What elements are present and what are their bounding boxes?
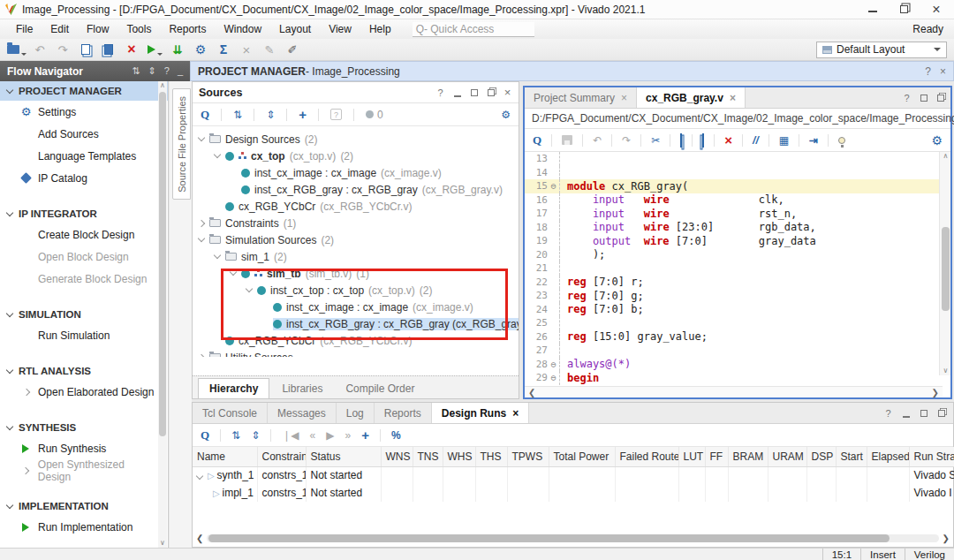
column-header-elapsed[interactable]: Elapsed [867, 447, 909, 466]
flow-section-project-manager[interactable]: PROJECT MANAGER [0, 81, 169, 101]
sidebar-item-language-templates[interactable]: Language Templates [0, 145, 159, 167]
sidebar-item-ip-catalog[interactable]: IP Catalog [0, 167, 159, 189]
tree-row[interactable]: inst_cx_image : cx_image (cx_image.v) [193, 164, 519, 181]
expand-all-icon[interactable]: ⇕ [148, 65, 156, 77]
settings-gear-icon[interactable]: ⚙ [501, 109, 511, 121]
redo-icon[interactable]: ↷ [53, 42, 72, 57]
settings-gear-icon[interactable]: ⚙ [931, 133, 943, 148]
help-icon[interactable]: ? [435, 87, 445, 97]
close-tab-icon[interactable]: × [730, 92, 736, 104]
tab-compile-order[interactable]: Compile Order [335, 379, 425, 398]
tree-row[interactable]: Constraints (1) [193, 215, 519, 231]
sidebar-scrollbar[interactable]: ∧ ∨ [158, 81, 167, 548]
help-icon[interactable]: ? [902, 93, 912, 102]
maximize-panel-icon[interactable] [919, 408, 928, 418]
tree-row[interactable]: inst_cx_image : cx_image (cx_image.v) [193, 299, 519, 315]
menu-item-file[interactable]: File [7, 20, 42, 38]
window-minimize-icon[interactable] [868, 6, 877, 12]
minimize-panel-icon[interactable] [452, 87, 462, 97]
scroll-right-icon[interactable]: ❯ [932, 388, 939, 397]
paste-icon[interactable] [99, 42, 118, 57]
step-icon[interactable]: ⇊ [168, 42, 187, 57]
tab-log[interactable]: Log [337, 403, 375, 423]
run-icon[interactable] [145, 42, 164, 57]
flow-section-implementation[interactable]: IMPLEMENTATION [0, 496, 159, 516]
percent-progress-icon[interactable]: % [391, 429, 401, 442]
help-icon[interactable]: ? [883, 408, 893, 418]
sidebar-item-create-block-design[interactable]: Create Block Design [0, 223, 159, 246]
maximize-panel-icon[interactable] [469, 87, 479, 97]
float-panel-icon[interactable] [936, 408, 946, 418]
sidebar-item-run-implementation[interactable]: Run Implementation [0, 516, 159, 538]
fold-marker-icon[interactable]: ⊖ [548, 358, 560, 372]
lightbulb-icon[interactable] [838, 137, 845, 144]
delete-icon[interactable]: × [122, 42, 141, 57]
tab-reports[interactable]: Reports [375, 403, 432, 423]
flow-section-synthesis[interactable]: SYNTHESIS [0, 418, 159, 437]
menu-item-flow[interactable]: Flow [78, 20, 117, 38]
column-header-ths[interactable]: THS [475, 447, 507, 466]
menu-item-view[interactable]: View [320, 20, 360, 38]
help-icon[interactable]: ? [925, 65, 931, 78]
copy-icon[interactable] [680, 134, 682, 147]
copy-icon[interactable] [76, 42, 95, 57]
add-sources-icon[interactable]: + [299, 107, 307, 122]
collapse-all-icon[interactable]: ⇅ [233, 109, 242, 121]
close-tab-icon[interactable]: × [621, 92, 627, 104]
expand-all-icon[interactable]: ⇕ [266, 109, 275, 121]
scroll-left-icon[interactable]: ❮ [196, 534, 203, 543]
column-header-dsp[interactable]: DSP [806, 447, 836, 466]
column-header-status[interactable]: Status [306, 447, 381, 466]
fold-marker-icon[interactable]: ⊖ [548, 179, 560, 193]
menu-item-layout[interactable]: Layout [270, 20, 320, 38]
tree-row[interactable]: sim_1 (2) [193, 248, 519, 265]
column-header-run-stra[interactable]: Run Stra [909, 447, 954, 466]
scrollbar-thumb[interactable] [208, 534, 889, 542]
chevron-right-icon[interactable] [198, 355, 205, 358]
window-close-icon[interactable]: × [931, 4, 942, 15]
sidebar-item-run-simulation[interactable]: Run Simulation [0, 324, 159, 346]
fold-marker-icon[interactable]: ⊖ [548, 371, 560, 385]
tree-row[interactable]: cx_RGB_YCbCr (cx_RGB_YCbCr.v) [193, 332, 519, 349]
tab-cx_rgb_gray-v[interactable]: cx_RGB_gray.v× [637, 87, 746, 108]
tab-tcl-console[interactable]: Tcl Console [193, 403, 268, 423]
tree-row[interactable]: inst_cx_RGB_gray : cx_RGB_gray (cx_RGB_g… [193, 181, 519, 198]
table-row[interactable]: ▷ impl_1constrs_1Not startedVivado I [193, 484, 954, 502]
menu-item-edit[interactable]: Edit [42, 20, 78, 38]
chevron-down-icon[interactable] [246, 289, 253, 291]
tab-messages[interactable]: Messages [268, 403, 337, 423]
help-icon[interactable]: ? [164, 65, 170, 77]
close-icon[interactable]: × [940, 65, 946, 78]
toggle-column-icon[interactable]: ▦ [779, 134, 789, 147]
close-panel-icon[interactable]: × [503, 87, 512, 97]
column-header-wns[interactable]: WNS [381, 447, 413, 466]
table-row[interactable]: ▷ synth_1constrs_1Not startedVivado S [193, 466, 954, 484]
editor-horizontal-scrollbar[interactable]: ❮ ❯ [525, 386, 943, 397]
tab-design-runs[interactable]: Design Runs× [432, 403, 529, 423]
maximize-panel-icon[interactable] [919, 93, 928, 102]
scroll-down-icon[interactable]: ∨ [940, 367, 951, 375]
chevron-down-icon[interactable] [198, 138, 205, 140]
chevron-down-icon[interactable] [230, 272, 237, 275]
minimize-panel-icon[interactable] [901, 408, 911, 418]
editor-vertical-scrollbar[interactable]: ∧ ∨ [939, 152, 950, 375]
column-header-uram[interactable]: URAM [768, 447, 806, 466]
pen-slash-icon[interactable]: ✐ [283, 42, 302, 57]
sidebar-item-run-synthesis[interactable]: Run Synthesis [0, 437, 159, 459]
search-icon[interactable]: Q [201, 108, 209, 122]
tab-source-file-properties[interactable]: Source File Properties [172, 88, 191, 200]
chevron-down-icon[interactable] [196, 473, 203, 480]
column-header-name[interactable]: Name [193, 447, 257, 466]
scroll-down-icon[interactable]: ∨ [158, 539, 167, 548]
menu-item-help[interactable]: Help [360, 20, 400, 38]
sum-report-icon[interactable]: Σ [214, 42, 233, 57]
toggle-comment-icon[interactable]: // [753, 134, 759, 147]
chevron-down-icon[interactable] [214, 255, 221, 258]
open-project-icon[interactable] [7, 42, 26, 57]
tree-row[interactable]: cx_top (cx_top.v) (2) [193, 148, 519, 164]
tree-row[interactable]: inst_cx_top : cx_top (cx_top.v) (2) [193, 282, 519, 299]
sidebar-item-add-sources[interactable]: Add Sources [0, 123, 159, 145]
create-run-icon[interactable]: + [361, 428, 369, 443]
paste-icon[interactable] [702, 134, 704, 147]
tab-project-summary[interactable]: Project Summary× [525, 87, 637, 108]
